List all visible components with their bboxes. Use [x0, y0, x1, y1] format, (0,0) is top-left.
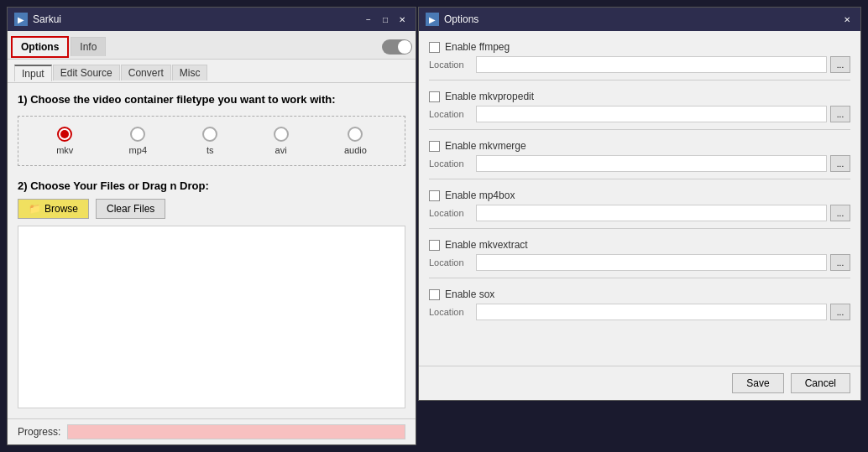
app-icon: ▶: [14, 13, 28, 26]
sub-tab-bar: Input Edit Source Convert Misc: [8, 60, 416, 83]
tool-enable-mp4box: Enable mp4box: [429, 186, 850, 203]
location-row-mp4box: Location ...: [429, 203, 850, 226]
tool-group-mkvpropedit: Enable mkvpropedit Location ...: [429, 87, 850, 132]
tool-enable-ffmpeg: Enable ffmpeg: [429, 38, 850, 55]
tool-enable-mkvmerge: Enable mkvmerge: [429, 137, 850, 153]
checkbox-mkvextract[interactable]: [429, 240, 440, 251]
options-title-bar: ▶ Options ✕: [419, 8, 860, 31]
browse-ffmpeg-button[interactable]: ...: [830, 56, 850, 73]
main-window-title: Sarkui: [33, 13, 362, 25]
filetype-ts[interactable]: ts: [202, 127, 217, 155]
location-label-mp4box: Location: [429, 208, 473, 218]
options-window-title: Options: [444, 13, 840, 25]
browse-mkvpropedit-button[interactable]: ...: [830, 106, 850, 122]
tab-info[interactable]: Info: [71, 37, 106, 56]
close-button[interactable]: ✕: [395, 13, 409, 25]
radio-label-avi: avi: [275, 145, 287, 155]
tool-group-mkvextract: Enable mkvextract Location ...: [429, 236, 850, 280]
tool-group-mkvmerge: Enable mkvmerge Location ...: [429, 137, 850, 181]
folder-icon: 📁: [29, 203, 41, 215]
location-label-ffmpeg: Location: [429, 60, 473, 70]
tool-group-ffmpeg: Enable ffmpeg Location ...: [429, 38, 850, 82]
checkbox-ffmpeg[interactable]: [429, 42, 440, 53]
location-label-mkvmerge: Location: [429, 158, 473, 169]
label-mp4box: Enable mp4box: [445, 190, 515, 201]
browse-mkvextract-button[interactable]: ...: [830, 254, 850, 271]
toggle-switch[interactable]: [382, 39, 412, 55]
toggle-area: [382, 39, 412, 55]
section1-title: 1) Choose the video container filetype y…: [18, 93, 405, 106]
location-row-ffmpeg: Location ...: [429, 55, 850, 78]
label-mkvmerge: Enable mkvmerge: [445, 140, 526, 152]
file-type-selector: mkv mp4 ts avi audio: [18, 116, 405, 166]
checkbox-mp4box[interactable]: [429, 190, 440, 201]
label-ffmpeg: Enable ffmpeg: [445, 41, 510, 53]
filetype-mp4[interactable]: mp4: [129, 127, 147, 155]
subtab-misc[interactable]: Misc: [172, 65, 208, 81]
location-row-sox: Location ...: [429, 302, 850, 325]
minimize-button[interactable]: −: [362, 13, 375, 25]
label-mkvpropedit: Enable mkvpropedit: [445, 91, 534, 102]
location-input-sox[interactable]: [476, 304, 827, 320]
location-input-mkvextract[interactable]: [476, 254, 827, 271]
radio-label-ts: ts: [207, 145, 214, 155]
location-label-mkvextract: Location: [429, 257, 473, 268]
label-mkvextract: Enable mkvextract: [445, 239, 528, 251]
toggle-knob: [398, 40, 411, 54]
progress-label: Progress:: [18, 426, 60, 438]
subtab-input[interactable]: Input: [14, 65, 52, 81]
progress-bar: [67, 424, 405, 439]
checkbox-mkvmerge[interactable]: [429, 141, 440, 152]
options-content: Enable ffmpeg Location ... Enable mkvpro…: [419, 31, 860, 366]
subtab-convert[interactable]: Convert: [121, 65, 171, 81]
browse-button[interactable]: 📁 Browse: [18, 199, 89, 219]
location-input-ffmpeg[interactable]: [476, 56, 827, 73]
radio-mkv[interactable]: [57, 127, 72, 142]
radio-inner-mkv: [60, 130, 69, 138]
clear-files-button[interactable]: Clear Files: [96, 199, 165, 219]
checkbox-mkvpropedit[interactable]: [429, 91, 440, 102]
radio-mp4[interactable]: [130, 127, 145, 142]
options-window: ▶ Options ✕ Enable ffmpeg Location ... E…: [418, 7, 861, 401]
maximize-button[interactable]: □: [379, 13, 392, 25]
tool-group-sox: Enable sox Location ...: [429, 285, 850, 325]
radio-audio[interactable]: [348, 127, 363, 142]
tab-options[interactable]: Options: [11, 36, 69, 58]
divider-5: [429, 278, 850, 278]
radio-ts[interactable]: [202, 127, 217, 142]
radio-avi[interactable]: [274, 127, 289, 142]
location-label-sox: Location: [429, 307, 473, 317]
cancel-button[interactable]: Cancel: [791, 373, 850, 393]
options-close-button[interactable]: ✕: [840, 13, 854, 25]
main-title-bar: ▶ Sarkui − □ ✕: [8, 8, 416, 31]
location-input-mp4box[interactable]: [476, 205, 827, 221]
filetype-audio[interactable]: audio: [344, 127, 367, 155]
location-input-mkvmerge[interactable]: [476, 155, 827, 172]
subtab-edit-source[interactable]: Edit Source: [53, 65, 120, 81]
divider-1: [429, 80, 850, 81]
browse-mp4box-button[interactable]: ...: [830, 205, 850, 221]
tool-enable-mkvpropedit: Enable mkvpropedit: [429, 87, 850, 104]
section2-title: 2) Choose Your Files or Drag n Drop:: [18, 179, 405, 192]
radio-label-mp4: mp4: [129, 145, 147, 155]
browse-mkvmerge-button[interactable]: ...: [830, 155, 850, 172]
location-input-mkvpropedit[interactable]: [476, 106, 827, 122]
browse-sox-button[interactable]: ...: [830, 304, 850, 320]
filetype-avi[interactable]: avi: [274, 127, 289, 155]
main-tab-bar: Options Info: [8, 31, 416, 60]
location-row-mkvpropedit: Location ...: [429, 104, 850, 127]
main-content: 1) Choose the video container filetype y…: [8, 83, 416, 418]
save-button[interactable]: Save: [732, 373, 783, 393]
radio-label-audio: audio: [344, 145, 367, 155]
filetype-mkv[interactable]: mkv: [56, 127, 73, 155]
tool-group-mp4box: Enable mp4box Location ...: [429, 186, 850, 231]
divider-3: [429, 179, 850, 179]
divider-4: [429, 228, 850, 229]
options-app-icon: ▶: [426, 13, 439, 26]
location-row-mkvextract: Location ...: [429, 252, 850, 276]
title-bar-controls: − □ ✕: [362, 13, 409, 25]
divider-2: [429, 129, 850, 130]
checkbox-sox[interactable]: [429, 289, 440, 300]
tool-enable-mkvextract: Enable mkvextract: [429, 236, 850, 252]
file-drop-area[interactable]: [18, 226, 405, 408]
